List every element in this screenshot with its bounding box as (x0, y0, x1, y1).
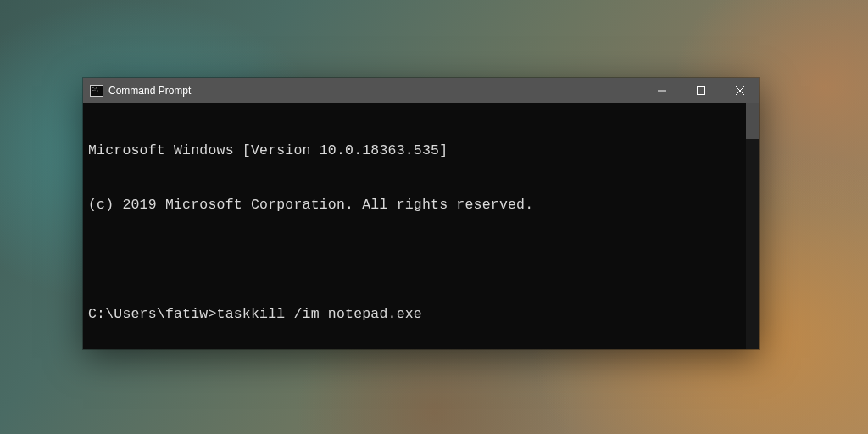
maximize-button[interactable] (682, 78, 721, 103)
window-controls (643, 78, 760, 103)
scrollbar-track[interactable] (746, 103, 760, 349)
scrollbar-thumb[interactable] (746, 103, 760, 139)
close-button[interactable] (721, 78, 760, 103)
command-line-1: C:\Users\fatiw>taskkill /im notepad.exe (88, 305, 754, 323)
blank-line (88, 251, 754, 269)
svg-rect-1 (698, 87, 705, 95)
entered-command: taskkill /im notepad.exe (217, 306, 422, 322)
command-prompt-window: Command Prompt Microsoft Windows [Versio… (83, 78, 760, 349)
close-icon (736, 86, 744, 95)
maximize-icon (697, 86, 705, 95)
terminal-output: Microsoft Windows [Version 10.0.18363.53… (88, 105, 754, 349)
terminal-area[interactable]: Microsoft Windows [Version 10.0.18363.53… (83, 103, 760, 349)
version-line: Microsoft Windows [Version 10.0.18363.53… (88, 142, 754, 159)
minimize-icon (658, 86, 666, 95)
cmd-icon (90, 85, 103, 97)
minimize-button[interactable] (643, 78, 682, 103)
titlebar[interactable]: Command Prompt (83, 78, 760, 103)
window-title: Command Prompt (108, 85, 191, 97)
prompt-prefix: C:\Users\fatiw> (88, 306, 217, 322)
copyright-line: (c) 2019 Microsoft Corporation. All righ… (88, 196, 754, 214)
